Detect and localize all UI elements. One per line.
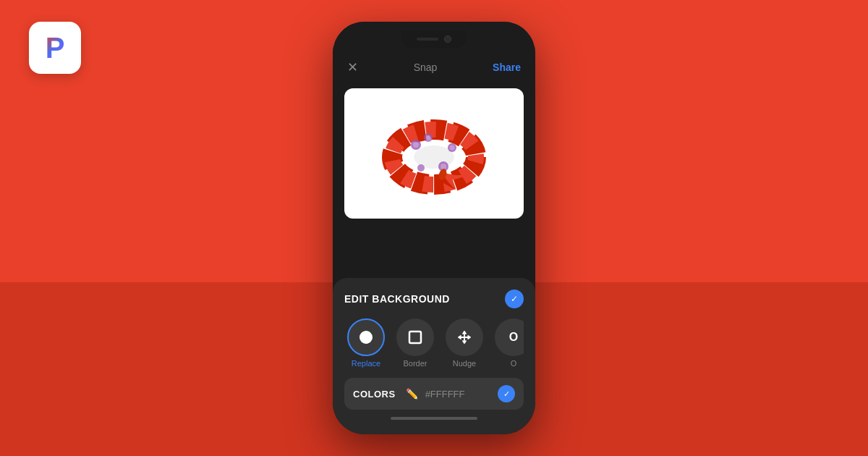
svg-point-10	[441, 164, 446, 169]
nudge-label: Nudge	[453, 359, 476, 368]
opacity-icon-button[interactable]: O	[495, 318, 524, 356]
logo-container: P	[29, 22, 81, 74]
phone-screen: ✕ Snap Share	[333, 22, 535, 434]
phone-notch	[401, 30, 467, 48]
svg-rect-14	[409, 332, 421, 343]
border-label: Border	[403, 359, 427, 368]
home-indicator	[391, 417, 477, 420]
logo-icon: P	[46, 33, 65, 62]
spacer	[333, 224, 535, 278]
phone-body: ✕ Snap Share	[333, 22, 535, 434]
svg-point-13	[359, 331, 373, 344]
tools-row: Replace Border	[344, 318, 524, 368]
colors-label: COLORS	[353, 389, 396, 400]
svg-point-4	[413, 142, 419, 148]
pencil-icon[interactable]: ✏️	[406, 388, 418, 400]
tool-nudge[interactable]: Nudge	[443, 318, 486, 368]
colors-row: COLORS ✏️ #FFFFFF ✓	[344, 378, 524, 410]
svg-point-11	[417, 164, 425, 172]
share-button[interactable]: Share	[493, 62, 521, 73]
border-icon-button[interactable]	[396, 318, 434, 356]
edit-background-row: EDIT BACKGROUND ✓	[344, 290, 524, 308]
tool-replace[interactable]: Replace	[344, 318, 388, 368]
edit-bg-confirm-button[interactable]: ✓	[505, 290, 524, 308]
opacity-label: O	[511, 359, 517, 368]
header-title: Snap	[414, 62, 438, 73]
hex-value: #FFFFFF	[425, 389, 490, 400]
replace-label: Replace	[352, 359, 380, 368]
product-image-area	[344, 88, 524, 219]
scrunchie-image	[376, 103, 492, 204]
nudge-icon-button[interactable]	[446, 318, 483, 356]
border-icon	[407, 329, 423, 345]
tool-border[interactable]: Border	[393, 318, 437, 368]
tool-opacity[interactable]: O O	[492, 318, 524, 368]
colors-confirm-button[interactable]: ✓	[498, 385, 515, 402]
svg-point-6	[450, 145, 455, 151]
replace-icon	[358, 329, 374, 345]
edit-background-label: EDIT BACKGROUND	[344, 293, 450, 305]
nudge-icon	[456, 329, 472, 345]
svg-point-8	[426, 135, 430, 140]
replace-icon-button[interactable]	[347, 318, 385, 356]
phone-speaker	[417, 38, 438, 41]
bottom-panel: EDIT BACKGROUND ✓ Replace	[333, 278, 535, 434]
phone-mockup: ✕ Snap Share	[333, 22, 535, 434]
phone-camera	[444, 35, 451, 43]
close-button[interactable]: ✕	[347, 59, 358, 75]
